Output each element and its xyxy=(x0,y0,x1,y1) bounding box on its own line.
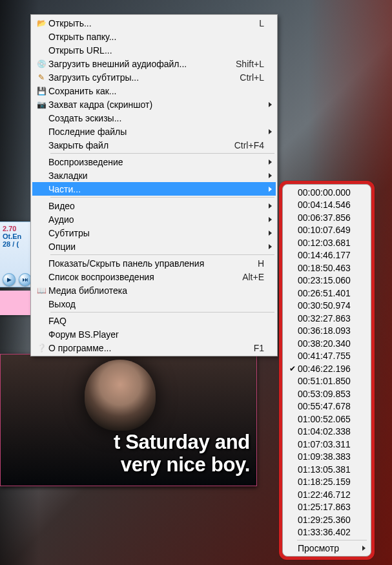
chapter-time: 01:22:46.712 xyxy=(298,489,351,500)
chapter-time: 00:38:20.340 xyxy=(298,338,351,349)
chapter-item[interactable]: 01:00:52.065 xyxy=(284,413,369,426)
chapter-item[interactable]: 00:26:51.401 xyxy=(284,287,369,300)
chapter-time: 00:10:07.649 xyxy=(298,225,351,235)
chapter-item[interactable]: ✔00:46:22.196 xyxy=(284,362,369,375)
chapter-item[interactable]: 00:06:37.856 xyxy=(284,211,369,224)
chapter-item[interactable]: 00:53:09.853 xyxy=(284,387,369,400)
chapter-time: 01:07:03.311 xyxy=(298,439,351,449)
menu-item-group3-3[interactable]: Опции xyxy=(32,240,276,253)
menu-item-group5-1[interactable]: Форум BS.Player xyxy=(32,327,276,341)
menu-item-group1-5[interactable]: Сохранить как... xyxy=(32,84,276,98)
menu-item-shortcut: Ctrl+L xyxy=(233,72,264,83)
chapter-item[interactable]: 00:36:18.093 xyxy=(284,325,369,338)
info-icon xyxy=(34,344,48,353)
chapter-item[interactable]: 01:18:25.159 xyxy=(284,476,369,489)
menu-item-group1-2[interactable]: Открыть URL... xyxy=(32,43,276,57)
menu-item-group4-3[interactable]: Выход xyxy=(32,297,276,311)
menu-item-group4-1[interactable]: Список воспроизведенияAlt+E xyxy=(32,270,276,283)
menu-item-label: Загрузить внешний аудиофайл... xyxy=(48,59,229,69)
chevron-right-icon xyxy=(269,159,272,165)
subtitle-line-2: very nice boy. xyxy=(121,453,250,476)
chevron-right-icon xyxy=(362,546,366,551)
menu-separator xyxy=(50,312,274,313)
menu-item-group1-9[interactable]: Закрыть файлCtrl+F4 xyxy=(32,138,276,152)
menu-item-label: FAQ xyxy=(48,316,264,326)
menu-item-label: Части... xyxy=(48,184,264,194)
video-frame: t Saturday and very nice boy. xyxy=(0,354,257,486)
menu-item-label: Закладки xyxy=(48,170,264,181)
chapter-item[interactable]: 01:13:05.381 xyxy=(284,463,369,476)
chapter-item[interactable]: 00:38:20.340 xyxy=(284,337,369,350)
chapter-item[interactable]: 01:04:02.338 xyxy=(284,426,369,438)
menu-item-label: Закрыть файл xyxy=(48,140,228,150)
chapter-item[interactable]: 00:18:50.463 xyxy=(284,262,369,274)
chapter-item[interactable]: 00:04:14.546 xyxy=(284,199,369,212)
chapter-item[interactable]: 00:23:15.060 xyxy=(284,274,369,287)
chevron-right-icon xyxy=(269,231,272,236)
chapter-time: 00:06:37.856 xyxy=(298,212,351,223)
menu-item-group1-0[interactable]: Открыть...L xyxy=(32,16,276,30)
chapter-item[interactable]: 00:30:50.974 xyxy=(284,300,369,313)
chapter-time: 00:14:46.177 xyxy=(298,250,351,260)
menu-item-shortcut: Shift+L xyxy=(229,59,264,69)
menu-item-group4-2[interactable]: Медиа библиотека xyxy=(32,283,276,297)
chapter-time: 00:46:22.196 xyxy=(298,364,351,374)
chapter-time: 01:29:25.360 xyxy=(298,515,351,525)
menu-item-group3-2[interactable]: Субтитры xyxy=(32,226,276,240)
menu-item-group1-1[interactable]: Открыть папку... xyxy=(32,30,276,43)
chapter-time: 00:23:15.060 xyxy=(298,275,351,285)
context-menu[interactable]: Открыть...LОткрыть папку...Открыть URL..… xyxy=(30,14,278,356)
menu-item-label: Создать эскизы... xyxy=(48,113,264,123)
chapter-item[interactable]: 00:10:07.649 xyxy=(284,224,369,237)
player-time: 28 / ( xyxy=(3,240,28,248)
menu-item-label: Выход xyxy=(48,299,264,309)
chevron-right-icon xyxy=(269,217,272,222)
next-button[interactable]: ⏭ xyxy=(19,273,32,286)
menu-item-group1-7[interactable]: Создать эскизы... xyxy=(32,111,276,125)
player-controls: ▶ ⏭ xyxy=(3,273,32,286)
chapters-view-item[interactable]: Просмотр xyxy=(284,542,369,555)
menu-item-group2-2[interactable]: Части... xyxy=(32,182,276,196)
menu-item-group3-0[interactable]: Видео xyxy=(32,199,276,212)
menu-item-group1-6[interactable]: Захват кадра (скриншот) xyxy=(32,98,276,111)
chapter-time: 00:32:27.863 xyxy=(298,313,351,324)
chapter-item[interactable]: 00:32:27.863 xyxy=(284,312,369,325)
menu-item-shortcut: L xyxy=(253,18,264,28)
seek-bar-fragment[interactable] xyxy=(0,291,31,315)
menu-item-group4-0[interactable]: Показать/Скрыть панель управленияH xyxy=(32,256,276,270)
menu-item-group1-3[interactable]: Загрузить внешний аудиофайл...Shift+L xyxy=(32,57,276,70)
chapter-item[interactable]: 00:51:01.850 xyxy=(284,375,369,388)
menu-item-label: Видео xyxy=(48,201,264,211)
chapter-time: 00:18:50.463 xyxy=(298,263,351,273)
cd-icon xyxy=(34,59,48,68)
chapter-item[interactable]: 01:25:17.863 xyxy=(284,501,369,514)
chapter-time: 00:26:51.401 xyxy=(298,288,351,298)
menu-item-label: О программе... xyxy=(48,343,247,353)
play-button[interactable]: ▶ xyxy=(3,273,15,286)
menu-item-group5-0[interactable]: FAQ xyxy=(32,314,276,327)
chapter-item[interactable]: 01:22:46.712 xyxy=(284,488,369,501)
chapter-item[interactable]: 00:55:47.678 xyxy=(284,400,369,413)
chapter-item[interactable]: 00:12:03.681 xyxy=(284,236,369,249)
menu-item-label: Последние файлы xyxy=(48,127,264,137)
chapter-item[interactable]: 00:00:00.000 xyxy=(284,186,369,199)
cam-icon xyxy=(34,100,48,109)
menu-separator xyxy=(50,254,274,255)
chapter-item[interactable]: 01:33:36.402 xyxy=(284,526,369,539)
menu-item-group1-4[interactable]: Загрузить субтитры...Ctrl+L xyxy=(32,70,276,84)
chapters-submenu[interactable]: 00:00:00.00000:04:14.54600:06:37.85600:1… xyxy=(282,184,371,557)
chapter-item[interactable]: 00:14:46.177 xyxy=(284,249,369,262)
video-content-figure xyxy=(85,360,156,431)
chapter-time: 00:36:18.093 xyxy=(298,325,351,336)
menu-item-group1-8[interactable]: Последние файлы xyxy=(32,125,276,138)
menu-item-group3-1[interactable]: Аудио xyxy=(32,212,276,226)
subtitle-line-1: t Saturday and xyxy=(114,431,250,453)
menu-item-group5-2[interactable]: О программе...F1 xyxy=(32,341,276,354)
chapter-item[interactable]: 01:09:38.383 xyxy=(284,451,369,464)
chapter-item[interactable]: 01:29:25.360 xyxy=(284,513,369,526)
chapter-time: 00:51:01.850 xyxy=(298,376,351,386)
chapter-item[interactable]: 01:07:03.311 xyxy=(284,438,369,451)
menu-item-group2-0[interactable]: Воспроизведение xyxy=(32,155,276,169)
chapter-item[interactable]: 00:41:47.755 xyxy=(284,350,369,363)
menu-item-group2-1[interactable]: Закладки xyxy=(32,169,276,182)
